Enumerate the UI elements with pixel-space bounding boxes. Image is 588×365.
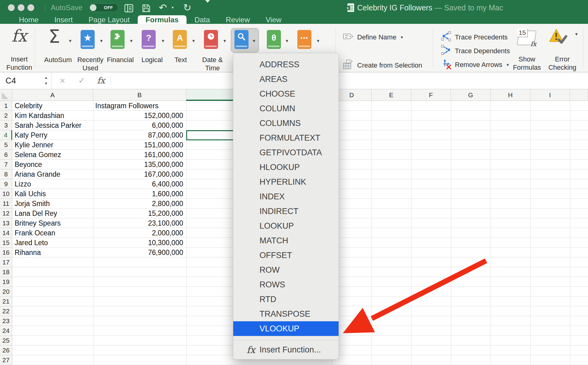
- menu-item-hlookup[interactable]: HLOOKUP: [233, 160, 339, 175]
- cell-b15[interactable]: 10,300,000: [93, 238, 186, 248]
- row-header-9[interactable]: 9: [0, 179, 12, 189]
- window-minimize-button[interactable]: [18, 4, 24, 11]
- cell-b5[interactable]: 151,000,000: [93, 140, 186, 150]
- menu-item-getpivotdata[interactable]: GETPIVOTDATA: [233, 145, 339, 160]
- define-name-button[interactable]: Define Name ▾: [343, 32, 403, 43]
- column-header-i[interactable]: I: [530, 89, 570, 101]
- row-header-2[interactable]: 2: [0, 111, 12, 120]
- menu-item-hyperlink[interactable]: HYPERLINK: [233, 175, 339, 189]
- menu-item-column[interactable]: COLUMN: [233, 101, 339, 116]
- name-box-spinner[interactable]: ▲▼: [42, 75, 50, 87]
- tab-formulas[interactable]: Formulas: [138, 15, 187, 24]
- menu-item-insert-function[interactable]: fx Insert Function...: [233, 340, 339, 359]
- column-header-h[interactable]: H: [491, 89, 530, 101]
- tab-view[interactable]: View: [258, 15, 289, 24]
- cell-b10[interactable]: 1,600,000: [93, 189, 186, 199]
- tab-page-layout[interactable]: Page Layout: [81, 15, 138, 24]
- row-header-20[interactable]: 20: [0, 287, 12, 297]
- cell-a1[interactable]: Celebrity: [13, 101, 92, 111]
- row-header-1[interactable]: 1: [0, 101, 12, 111]
- cell-b6[interactable]: 161,000,000: [93, 150, 186, 160]
- cell-a9[interactable]: Lizzo: [13, 179, 92, 189]
- menu-item-match[interactable]: MATCH: [233, 233, 339, 248]
- create-from-selection-button[interactable]: Create from Selection: [343, 60, 422, 71]
- cell-b12[interactable]: 15,200,000: [93, 208, 186, 218]
- tab-data[interactable]: Data: [187, 15, 218, 24]
- menu-item-index[interactable]: INDEX: [233, 189, 339, 204]
- cell-a8[interactable]: Ariana Grande: [13, 169, 92, 179]
- row-header-3[interactable]: 3: [0, 120, 12, 130]
- menu-item-areas[interactable]: AREAS: [233, 72, 339, 87]
- cell-a3[interactable]: Sarah Jessica Parker: [13, 120, 92, 130]
- cell-a12[interactable]: Lana Del Rey: [13, 208, 92, 218]
- cell-a15[interactable]: Jared Leto: [13, 238, 92, 248]
- row-header-26[interactable]: 26: [0, 345, 12, 355]
- cell-b11[interactable]: 2,800,000: [93, 199, 186, 208]
- trace-precedents-button[interactable]: Trace Precedents: [441, 32, 508, 43]
- row-header-5[interactable]: 5: [0, 140, 12, 150]
- cell-b13[interactable]: 23,100,000: [93, 218, 186, 228]
- cell-b14[interactable]: 2,000,000: [93, 228, 186, 238]
- cell-a16[interactable]: Rihanna: [13, 248, 92, 257]
- formula-input[interactable]: [114, 72, 588, 89]
- trace-dependents-button[interactable]: Trace Dependents: [441, 46, 510, 57]
- remove-arrows-button[interactable]: Remove Arrows ▾: [441, 59, 509, 70]
- insert-function-fx-icon[interactable]: fx: [97, 72, 105, 89]
- save-icon[interactable]: [142, 0, 151, 15]
- cell-b2[interactable]: 152,000,000: [93, 111, 186, 120]
- cell-b7[interactable]: 135,000,000: [93, 160, 186, 169]
- row-header-11[interactable]: 11: [0, 199, 12, 208]
- row-header-14[interactable]: 14: [0, 228, 12, 238]
- cell-a14[interactable]: Frank Ocean: [13, 228, 92, 238]
- menu-item-row[interactable]: ROW: [233, 263, 339, 277]
- row-header-19[interactable]: 19: [0, 277, 12, 287]
- enter-check-icon[interactable]: ✓: [78, 72, 85, 89]
- menu-item-lookup[interactable]: LOOKUP: [233, 219, 339, 233]
- cell-a2[interactable]: Kim Kardashian: [13, 111, 92, 120]
- tab-home[interactable]: Home: [11, 15, 46, 24]
- cell-b1[interactable]: Instagram Followers: [93, 101, 186, 111]
- menu-item-indirect[interactable]: INDIRECT: [233, 204, 339, 219]
- column-header-a[interactable]: A: [12, 89, 93, 101]
- row-header-10[interactable]: 10: [0, 189, 12, 199]
- row-header-25[interactable]: 25: [0, 336, 12, 345]
- menu-item-columns[interactable]: COLUMNS: [233, 116, 339, 131]
- menu-item-rtd[interactable]: RTD: [233, 292, 339, 307]
- row-header-8[interactable]: 8: [0, 169, 12, 179]
- menu-item-offset[interactable]: OFFSET: [233, 248, 339, 263]
- cell-b9[interactable]: 6,400,000: [93, 179, 186, 189]
- column-header-e[interactable]: E: [372, 89, 411, 101]
- menu-item-rows[interactable]: ROWS: [233, 277, 339, 292]
- cancel-icon[interactable]: ×: [60, 72, 65, 89]
- row-header-13[interactable]: 13: [0, 218, 12, 228]
- cell-a4[interactable]: Katy Perry: [13, 130, 92, 140]
- cell-a10[interactable]: Kali Uchis: [13, 189, 92, 199]
- tab-review[interactable]: Review: [218, 15, 258, 24]
- tab-insert[interactable]: Insert: [46, 15, 81, 24]
- menu-item-formulatext[interactable]: FORMULATEXT: [233, 131, 339, 145]
- more-commands-icon[interactable]: [204, 0, 211, 15]
- row-header-4[interactable]: 4: [0, 130, 12, 140]
- column-header-g[interactable]: G: [451, 89, 491, 101]
- undo-menu-caret[interactable]: ▾: [172, 0, 174, 15]
- show-formulas-button[interactable]: 15 fx: [517, 29, 537, 48]
- row-header-27[interactable]: 27: [0, 355, 12, 365]
- row-header-15[interactable]: 15: [0, 238, 12, 248]
- cell-b4[interactable]: 87,000,000: [93, 130, 186, 140]
- error-checking-button[interactable]: [548, 28, 568, 48]
- row-header-22[interactable]: 22: [0, 306, 12, 316]
- column-header-partial[interactable]: [570, 89, 588, 101]
- menu-item-choose[interactable]: CHOOSE: [233, 87, 339, 101]
- cell-a6[interactable]: Selena Gomez: [13, 150, 92, 160]
- column-header-f[interactable]: F: [411, 89, 451, 101]
- undo-icon[interactable]: ↶: [159, 0, 167, 15]
- row-header-23[interactable]: 23: [0, 316, 12, 326]
- name-box[interactable]: C4 ▲▼: [0, 72, 52, 89]
- window-zoom-button[interactable]: [27, 4, 34, 11]
- row-header-24[interactable]: 24: [0, 326, 12, 336]
- redo-icon[interactable]: ↻: [183, 0, 191, 15]
- cell-a7[interactable]: Beyonce: [13, 160, 92, 169]
- menu-item-vlookup[interactable]: VLOOKUP: [233, 321, 339, 336]
- select-all-corner[interactable]: [0, 89, 12, 101]
- row-header-17[interactable]: 17: [0, 257, 12, 267]
